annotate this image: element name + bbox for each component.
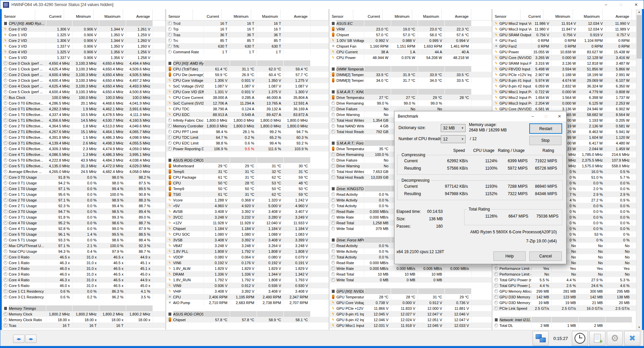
sensor-row[interactable]: ϟCore 0 VID1.306 V0.906 V1.344 V1.261 V [2, 26, 165, 32]
sensor-row[interactable]: ✳GPU Fan20 RPM0 RPM0 RPM0 RPM [493, 43, 637, 49]
scroll-up-icon[interactable]: ▲ [636, 9, 642, 15]
sensor-row[interactable]: Total GPU Power [...4.4 %2.6 %24.6 %4.6 … [493, 283, 637, 288]
sensor-row[interactable]: Core 1 T1 Usage95.6 %0.0 %100.0 %90.8 % [2, 191, 165, 197]
sensor-row[interactable]: Core 5 T1 Effective...4,135.0 MHz31.3 MH… [2, 163, 165, 169]
column-header-minimum[interactable]: Minimum [64, 9, 94, 20]
sensor-row[interactable]: Trfc630 T630 T630 T [166, 43, 329, 49]
column-header-average[interactable]: Average [442, 9, 471, 20]
sensor-row[interactable]: ✳Chipset Fan1,160 RPM1,151 RPM1,693 RPM1… [330, 43, 492, 49]
sensor-row[interactable]: Core 4 Clock (perf ...4,625.4 MHz3,100.3… [2, 83, 165, 89]
sensor-row[interactable]: Core 4 T0 Usage95.2 %0.0 %98.6 %88.7 % [2, 220, 165, 226]
sensor-row[interactable]: Average Effective ...4,265.0 MHz24.5 MHz… [2, 169, 165, 174]
sensor-row[interactable]: ϟCore 1 VID1.325 V0.906 V1.350 V1.259 V [2, 32, 165, 38]
sensor-row[interactable]: ✳AIO Pump2,710 RPM2,683 RPM2,738 RPM2,70… [166, 300, 329, 305]
sensor-row[interactable]: GPU D3D Memory D...142 MB123 MB142 MB138… [493, 294, 637, 300]
sensor-row[interactable]: ϟCPU Core VID (Effe...1.331 V0.931 V1.37… [166, 89, 329, 95]
sensor-row[interactable]: Core 2 T0 Usage97.1 %0.0 %98.9 %88.3 % [2, 197, 165, 203]
sensor-row[interactable]: TSI061 °C31 °C62 °C59 °C [166, 191, 329, 197]
sensor-row[interactable]: Tras36 T36 T36 T [166, 32, 329, 38]
sensor-row[interactable]: ϟ+12V11.928 V11.928 V12.040 V11.933 V [166, 220, 329, 226]
column-header-sensor[interactable]: Sensor [330, 9, 353, 20]
settings-button[interactable]: ⚙ [607, 331, 623, 346]
sensor-row[interactable]: Core 1 T1 Effective...4,356.6 MHz14.5 MH… [2, 117, 165, 123]
sensor-row[interactable]: ϟGPU 8-pin #2 Input...12.046 V12.024 V12… [330, 317, 492, 323]
sensor-row[interactable]: Core 1 Clock (perf ...4,625.4 MHz3,100.3… [2, 66, 165, 72]
sensor-row[interactable]: Core 3 C1 Residency0.6 %0.2 %96.2 %3.5 % [2, 294, 165, 300]
sensor-row[interactable]: Core 2 Ratio46.0 x31.0 x46.5 x45.1 x [2, 266, 165, 271]
sensor-row[interactable]: ϟGPU Core (NVVDD) ...3.265 W0.000 W12.12… [493, 55, 637, 60]
sensor-row[interactable]: ϟCPU Power48.944 W0.976 W54.208 W48.218 … [330, 55, 492, 60]
sensor-row[interactable]: Memory Controller ...1,800.0 MHz1,800.0 … [166, 123, 329, 129]
sensor-row[interactable]: Memory Clock Ratio18.00 x18.00 x18.00 x1… [2, 317, 165, 323]
sensor-row[interactable]: Core 5 Clock (perf ...4,600.4 MHz3,100.3… [2, 89, 165, 95]
sensor-row[interactable]: GPU D3D Memory D...19 MB19 MB21 MB20 MB [493, 300, 637, 305]
sensor-row[interactable]: Core 2 T1 Effective...4,267.6 MHz15.1 MH… [2, 129, 165, 134]
sensor-row[interactable]: Trp16 T16 T16 T [166, 26, 329, 32]
stop-button[interactable]: Stop [529, 136, 561, 145]
sensor-row[interactable]: ϟ1.8V_RUN1.792 V1.792 V1.808 V1.793 V [166, 277, 329, 283]
sensor-row[interactable]: Core 5 T0 Usage96.1 %1.4 %99.5 %88.5 % [2, 231, 165, 237]
sensor-row[interactable]: ϟVIN60.192 V0.176 V0.192 V0.191 V [166, 260, 329, 266]
next-page-button[interactable]: ◀▶ [25, 335, 37, 343]
column-header-minimum[interactable]: Minimum [543, 9, 573, 20]
sensor-row[interactable]: Motherboard29 °C29 °C31 °C30 °C [166, 163, 329, 169]
sensor-row[interactable]: CPU Die (average)59.9 °C26.9 °C60.4 °C57… [166, 72, 329, 77]
sensor-row[interactable]: CPU TDC Limit64.7 %0.2 %65.2 %60.3 % [166, 134, 329, 140]
sensor-row[interactable]: Write Rate0.000 MB/s0.000 MB/s0.005 MB/s… [330, 266, 492, 271]
sensor-row[interactable]: ϟ1.8V_ALW1.829 V1.829 V1.829 V1.829 V [166, 266, 329, 271]
sensor-row[interactable]: ϟ1.00V SB Voltage0.992 V0.988 V0.995 V0.… [330, 38, 492, 43]
column-header-sensor[interactable]: Sensor [2, 9, 35, 20]
benchmark-close-button[interactable]: ✕ [553, 111, 566, 121]
sensor-row[interactable]: ϟCPU Core Current (...38.000 A0.285 A46.… [166, 95, 329, 100]
section-header-row[interactable]: DIMM Temperature ... [330, 66, 492, 72]
sensor-row[interactable]: Core 3 T0 Effective...4,391.8 MHz1.5 MHz… [2, 134, 165, 140]
scroll-down-icon[interactable]: ▼ [636, 325, 642, 330]
column-header-maximum[interactable]: Maximum [94, 9, 123, 20]
close-button[interactable]: ✕ [629, 0, 644, 9]
sensor-row[interactable]: Total DL2 MB1 MB2 MB [493, 323, 637, 328]
sensor-row[interactable]: Core 0 T0 Usage91.8 %0.0 %98.0 %88.2 % [2, 174, 165, 180]
sensor-row[interactable]: ϟ1.8V PLL1.808 V1.792 V1.808 V1.808 V [166, 248, 329, 254]
help-button[interactable]: Help [493, 251, 526, 261]
sensor-row[interactable]: Command Rate1 T1 T1 T [166, 49, 329, 55]
sensor-row[interactable]: ✳GPU Fan10 RPM0 RPM1,104 RPM0 RPM [493, 38, 637, 43]
sensor-row[interactable]: Chipset57.8 °C57.8 °C58.9 °C58.1 °C [166, 317, 329, 323]
sensor-row[interactable]: Total CPU Usage94.3 %0.4 %97.9 %88.7 % [2, 248, 165, 254]
sensor-row[interactable]: Core 3 T0 Usage94.7 %0.0 %98.5 %89.4 % [2, 209, 165, 214]
section-header-row[interactable]: Memory Timings [2, 305, 165, 311]
sensor-row[interactable]: CPU Package61 °C31 °C62 °C59 °C [166, 174, 329, 180]
sensor-row[interactable]: Core 1 T0 Effective...4,337.4 MHz10.5 MH… [2, 112, 165, 117]
column-header-maximum[interactable]: Maximum [251, 9, 281, 20]
sensor-row[interactable]: Core 5 Ratio46.0 x31.0 x46.5 x45.0 x [2, 283, 165, 288]
sensor-row[interactable]: Read Total10 MB10 MB10 MB [330, 271, 492, 277]
sensor-row[interactable]: ϟGPU Misc1 Input Vol...12.031 V11.918 V1… [330, 323, 492, 328]
sensor-row[interactable]: CPU EDC Limit98.8 %0.6 %99.4 %93.2 % [166, 140, 329, 146]
exit-button[interactable]: ✖ [624, 331, 640, 346]
prev-page-button[interactable]: ◀▶ [13, 335, 24, 343]
sensor-row[interactable]: ϟGPU Misc3 Input Vol...11.980 V11.847 V1… [493, 26, 637, 32]
remote-monitoring-button[interactable] [533, 331, 549, 346]
sensor-row[interactable]: Core 4 T1 Usage92.8 %0.0 %99.0 %87.9 % [2, 226, 165, 231]
sensor-row[interactable]: Core 1 Ratio46.3 x31.0 x46.5 x45.1 x [2, 260, 165, 266]
sensor-row[interactable]: ϟGPU PCIe +12V Inp...2.907 W1.188 W18.19… [493, 72, 637, 77]
minimize-button[interactable]: – [598, 0, 613, 9]
column-header-sensor[interactable]: Sensor [493, 9, 521, 20]
sensor-row[interactable]: ϟCore 3 VID1.337 V0.906 V1.350 V1.260 V [2, 43, 165, 49]
sensor-row[interactable]: ϟCPU Current38 A1 A44 A40 A [330, 49, 492, 55]
sensor-row[interactable]: Core 5 T1 Usage93.3 %0.0 %98.6 %88.4 % [2, 237, 165, 243]
report-button[interactable] [589, 331, 605, 346]
sensor-row[interactable]: Core 0 T0 Effective...4,286.5 MHz20.1 MH… [2, 100, 165, 106]
sensor-row[interactable]: Core 2 Clock (perf ...4,600.4 MHz3,100.3… [2, 72, 165, 77]
sensor-row[interactable]: VRM23.0 °C19.0 °C23.0 °C22.3 °C [330, 26, 492, 32]
section-header-row[interactable]: ASUS ROG CROSSH... [166, 311, 329, 317]
sensor-row[interactable]: ϟVcore1.288 V0.368 V1.320 V1.242 V [166, 197, 329, 203]
sensor-row[interactable]: ϟGPU Misc2 Input Vol...11.986 V11.914 V1… [493, 20, 637, 26]
sensor-row[interactable]: ϟVBAT3.248 V3.248 V3.264 V3.248 V [166, 243, 329, 248]
sensor-row[interactable]: Core 0 T1 Effective...4,282.3 MHz1.9 MHz… [2, 106, 165, 112]
cancel-button[interactable]: Cancel [529, 251, 562, 261]
sensor-row[interactable]: Trcd16 T16 T16 T [166, 20, 329, 26]
column-header-current[interactable]: Current [193, 9, 222, 20]
sensor-row[interactable]: ϟGPU SRAM Input Po...3.316 W3.136 W12.81… [493, 60, 637, 66]
sensor-row[interactable]: Core 1 T0 Usage97.1 %0.0 %99.4 %89.5 % [2, 186, 165, 191]
column-header-sensor[interactable]: Sensor [166, 9, 193, 20]
